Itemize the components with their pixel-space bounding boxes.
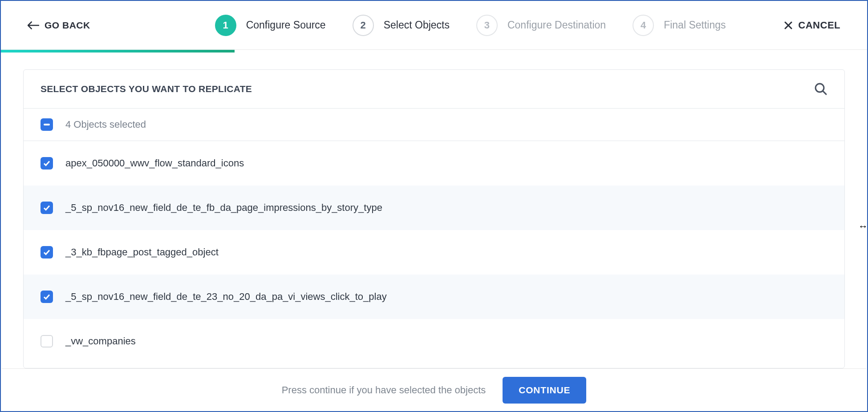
wizard-step-4[interactable]: 4Final Settings [633,15,726,36]
step-label: Final Settings [664,19,726,31]
go-back-label: GO BACK [45,20,90,31]
object-row[interactable]: _5_sp_nov16_new_field_de_te_23_no_20_da_… [24,275,844,319]
cancel-button[interactable]: CANCEL [784,20,840,31]
svg-line-4 [823,91,826,94]
close-icon [784,21,793,30]
wizard-step-3[interactable]: 3Configure Destination [476,15,606,36]
continue-button[interactable]: CONTINUE [503,377,586,404]
panel-header: SELECT OBJECTS YOU WANT TO REPLICATE [24,70,844,109]
cancel-label: CANCEL [798,20,840,31]
object-checkbox[interactable] [41,335,53,347]
progress-bar [1,50,867,53]
search-icon[interactable] [814,82,827,96]
step-number: 2 [353,15,374,36]
progress-fill [1,50,235,53]
wizard-steps: 1Configure Source2Select Objects3Configu… [215,15,726,36]
selection-summary: 4 Objects selected [65,119,146,130]
panel-title: SELECT OBJECTS YOU WANT TO REPLICATE [41,84,252,94]
object-checkbox[interactable] [41,202,53,214]
object-row[interactable]: apex_050000_wwv_flow_standard_icons [24,141,844,186]
object-label: _5_sp_nov16_new_field_de_te_23_no_20_da_… [65,291,387,303]
object-row[interactable]: _3_kb_fbpage_post_tagged_object [24,230,844,275]
step-number: 4 [633,15,654,36]
objects-panel: SELECT OBJECTS YOU WANT TO REPLICATE 4 O… [23,69,845,368]
object-row[interactable]: _5_sp_nov16_new_field_de_te_fb_da_page_i… [24,186,844,230]
content-area: SELECT OBJECTS YOU WANT TO REPLICATE 4 O… [1,53,867,368]
footer-hint: Press continue if you have selected the … [282,384,486,396]
wizard-step-2[interactable]: 2Select Objects [353,15,450,36]
select-all-row[interactable]: 4 Objects selected [24,109,844,141]
object-label: _5_sp_nov16_new_field_de_te_fb_da_page_i… [65,202,382,214]
object-checkbox[interactable] [41,291,53,303]
step-label: Select Objects [384,19,450,31]
step-label: Configure Destination [507,19,606,31]
wizard-header: GO BACK 1Configure Source2Select Objects… [1,1,867,50]
object-list: apex_050000_wwv_flow_standard_icons_5_sp… [24,141,844,368]
object-checkbox[interactable] [41,157,53,170]
object-label: apex_050000_wwv_flow_standard_icons [65,158,244,169]
wizard-step-1[interactable]: 1Configure Source [215,15,326,36]
footer-bar: Press continue if you have selected the … [2,368,866,411]
step-number: 1 [215,15,236,36]
object-label: _vw_companies [65,335,136,347]
object-row[interactable]: _vw_companies [24,319,844,364]
object-label: _3_kb_fbpage_post_tagged_object [65,246,219,258]
object-checkbox[interactable] [41,246,53,259]
step-label: Configure Source [246,19,326,31]
select-all-checkbox[interactable] [41,118,53,131]
go-back-button[interactable]: GO BACK [28,20,90,31]
arrow-left-icon [28,21,39,30]
step-number: 3 [476,15,498,36]
resize-cursor-icon: ↔ [858,221,868,232]
